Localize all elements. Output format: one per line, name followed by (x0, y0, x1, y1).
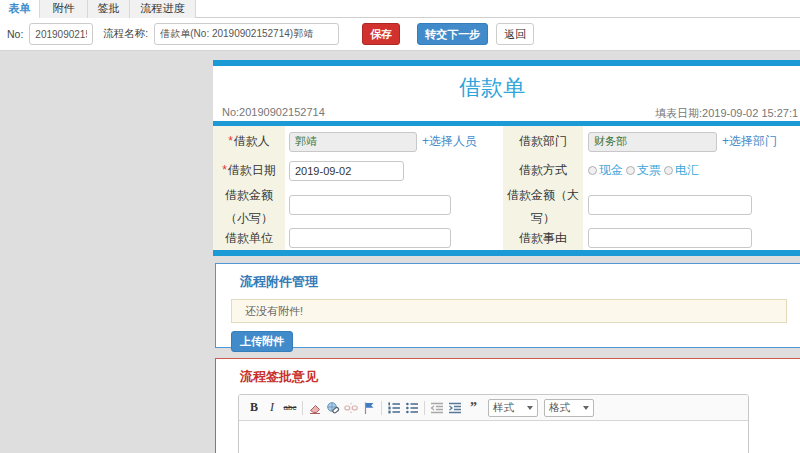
radio-wire[interactable]: 电汇 (664, 162, 699, 179)
department-input[interactable] (588, 132, 717, 152)
loan-form-fields: *借款人 +选择人员 借款部门 +选择部门 *借款日期 借款方式 现金 (213, 126, 800, 250)
chevron-down-icon (583, 406, 589, 410)
remove-format-icon[interactable] (306, 399, 324, 416)
form-title: 借款单 (213, 66, 771, 103)
bold-icon[interactable]: B (245, 399, 263, 416)
loan-form-panel: 借款单 No:20190902152714 填表日期:2019-09-02 15… (213, 60, 800, 256)
department-label: 借款部门 (503, 126, 583, 157)
radio-circle-icon (664, 166, 673, 175)
select-department-link[interactable]: +选择部门 (722, 133, 777, 150)
tab-progress[interactable]: 流程进度 (130, 0, 196, 18)
form-no-text: No:20190902152714 (222, 106, 325, 118)
numbered-list-icon[interactable] (385, 399, 403, 416)
link-icon[interactable] (324, 399, 342, 416)
radio-circle-icon (588, 166, 597, 175)
approval-panel: 流程签批意见 B I abc (215, 358, 800, 453)
rich-text-editor: B I abc (238, 394, 749, 453)
content-area: 借款单 No:20190902152714 填表日期:2019-09-02 15… (0, 51, 800, 453)
loan-date-label: *借款日期 (213, 157, 285, 184)
amount-lowercase-input[interactable] (289, 195, 451, 215)
no-label: No: (7, 28, 23, 40)
select-person-link[interactable]: +选择人员 (422, 133, 477, 150)
form-date-text: 填表日期:2019-09-02 15:27:1 (655, 106, 798, 121)
no-input[interactable] (29, 23, 93, 45)
approval-title: 流程签批意见 (240, 368, 800, 386)
borrower-input[interactable] (289, 132, 417, 152)
radio-check[interactable]: 支票 (626, 162, 661, 179)
indent-icon[interactable] (446, 399, 464, 416)
loan-reason-label: 借款事由 (503, 226, 583, 250)
tab-approval[interactable]: 签批 (88, 0, 130, 18)
blockquote-icon[interactable]: ” (464, 399, 482, 416)
borrower-label: *借款人 (213, 126, 285, 157)
radio-cash[interactable]: 现金 (588, 162, 623, 179)
loan-date-input[interactable] (289, 161, 404, 181)
flow-name-label: 流程名称: (103, 27, 148, 41)
amount-uppercase-input[interactable] (588, 195, 752, 215)
radio-circle-icon (626, 166, 635, 175)
attachments-title: 流程附件管理 (240, 273, 800, 291)
tab-bar: 表单 附件 签批 流程进度 (0, 0, 800, 18)
back-button[interactable]: 返回 (496, 23, 534, 45)
loan-unit-input[interactable] (289, 228, 451, 248)
toolbar-separator (302, 401, 303, 415)
loan-reason-input[interactable] (588, 228, 752, 248)
upload-attachment-button[interactable]: 上传附件 (231, 331, 293, 352)
format-dropdown[interactable]: 格式 (544, 399, 594, 417)
toolbar-separator (381, 401, 382, 415)
save-button[interactable]: 保存 (362, 23, 400, 45)
next-step-button[interactable]: 转交下一步 (417, 23, 488, 45)
no-attachments-alert: 还没有附件! (231, 299, 787, 323)
flow-name-input[interactable] (154, 23, 339, 45)
tab-form[interactable]: 表单 (0, 0, 40, 18)
toolbar: No: 流程名称: 保存 转交下一步 返回 (0, 18, 800, 51)
tab-attachments[interactable]: 附件 (40, 0, 88, 18)
chevron-down-icon (527, 406, 533, 410)
anchor-flag-icon[interactable] (360, 399, 378, 416)
editor-toolbar: B I abc (239, 395, 748, 421)
amount-lowercase-label: 借款金额（小写） (213, 184, 285, 226)
app-window: 表单 附件 签批 流程进度 No: 流程名称: 保存 转交下一步 返回 借款单 … (0, 0, 800, 453)
attachments-panel: 流程附件管理 还没有附件! 上传附件 (215, 263, 800, 348)
strikethrough-icon[interactable]: abc (281, 399, 299, 416)
loan-unit-label: 借款单位 (213, 226, 285, 250)
form-header: 借款单 No:20190902152714 填表日期:2019-09-02 15… (213, 66, 800, 121)
editor-content[interactable] (239, 421, 748, 453)
loan-method-label: 借款方式 (503, 157, 583, 184)
amount-uppercase-label: 借款金额（大写） (503, 184, 583, 226)
styles-dropdown[interactable]: 样式 (488, 399, 538, 417)
outdent-icon[interactable] (428, 399, 446, 416)
italic-icon[interactable]: I (263, 399, 281, 416)
unlink-icon[interactable] (342, 399, 360, 416)
toolbar-separator (424, 401, 425, 415)
bulleted-list-icon[interactable] (403, 399, 421, 416)
bottom-divider-bar (213, 250, 800, 256)
